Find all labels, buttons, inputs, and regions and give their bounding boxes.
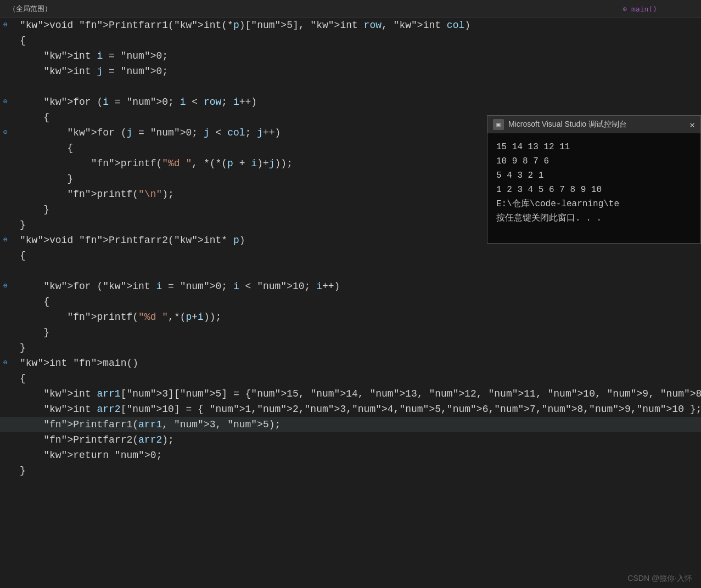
console-output-line-3: 1 2 3 4 5 6 7 8 9 10 <box>496 183 692 197</box>
console-output: 15 14 13 12 1110 9 8 7 65 4 3 2 11 2 3 4… <box>487 133 700 243</box>
code-line-0: ⊖"kw">void "fn">Printfarr1("kw">int(*p)[… <box>0 18 701 33</box>
code-line-4 <box>0 79 701 94</box>
code-line-5: ⊖ "kw">for (i = "num">0; i < row; i++) <box>0 94 701 110</box>
code-line-1: { <box>0 33 701 48</box>
code-line-27: "fn">Printfarr2(arr2); <box>0 432 701 448</box>
code-line-2: "kw">int i = "num">0; <box>0 48 701 64</box>
console-icon: ▣ <box>493 119 504 130</box>
main-function-indicator: ⊕ main() <box>623 0 657 18</box>
console-output-line-0: 15 14 13 12 11 <box>496 140 692 154</box>
top-bar: （全局范围） ⊕ main() <box>0 0 701 18</box>
code-line-26: "fn">Printfarr1(arr1, "num">3, "num">5); <box>0 417 701 432</box>
console-output-line-1: 10 9 8 7 6 <box>496 154 692 168</box>
watermark: CSDN @揽你·入怀 <box>627 574 692 584</box>
code-line-23: { <box>0 371 701 386</box>
console-output-line-4: E:\仓库\code-learning\te <box>496 197 692 211</box>
code-line-22: ⊖"kw">int "fn">main() <box>0 355 701 371</box>
code-line-21: } <box>0 340 701 355</box>
code-line-17: ⊖ "kw">for ("kw">int i = "num">0; i < "n… <box>0 279 701 294</box>
console-title-text: Microsoft Visual Studio 调试控制台 <box>508 120 627 129</box>
code-line-18: { <box>0 294 701 309</box>
code-line-16 <box>0 263 701 279</box>
console-title-left: ▣ Microsoft Visual Studio 调试控制台 <box>493 119 627 130</box>
console-output-line-2: 5 4 3 2 1 <box>496 168 692 183</box>
code-line-29: } <box>0 463 701 478</box>
console-titlebar: ▣ Microsoft Visual Studio 调试控制台 ✕ <box>487 116 700 133</box>
console-close-button[interactable]: ✕ <box>689 120 695 130</box>
code-line-20: } <box>0 325 701 340</box>
console-output-line-5: 按任意键关闭此窗口. . . <box>496 211 692 225</box>
breadcrumb: （全局范围） <box>9 4 52 14</box>
console-window: ▣ Microsoft Visual Studio 调试控制台 ✕ 15 14 … <box>487 115 701 244</box>
code-line-19: "fn">printf("%d ",*(p+i)); <box>0 309 701 325</box>
code-editor: ⊖"kw">void "fn">Printfarr1("kw">int(*p)[… <box>0 18 701 588</box>
code-line-3: "kw">int j = "num">0; <box>0 64 701 79</box>
code-line-25: "kw">int arr2["num">10] = { "num">1,"num… <box>0 402 701 417</box>
code-line-28: "kw">return "num">0; <box>0 448 701 463</box>
code-line-24: "kw">int arr1["num">3]["num">5] = {"num"… <box>0 386 701 402</box>
code-line-15: { <box>0 248 701 263</box>
